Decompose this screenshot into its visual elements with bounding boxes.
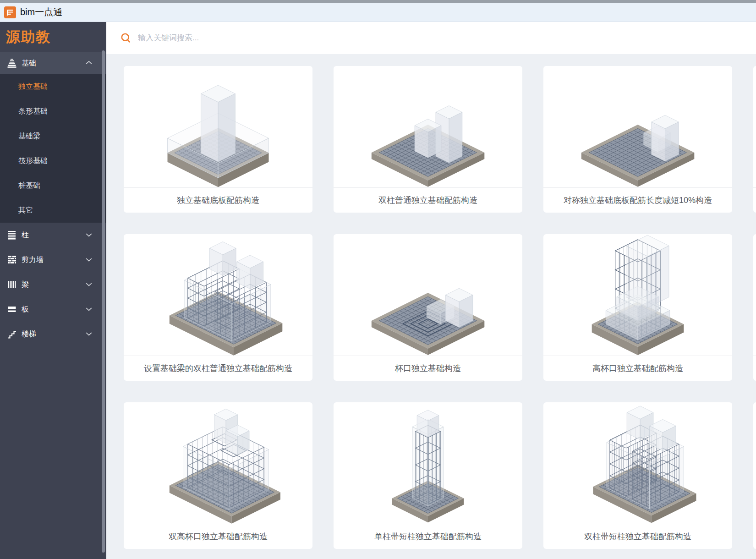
- model-card[interactable]: 双高杯口独立基础配筋构造: [124, 402, 312, 549]
- foundation-icon: [6, 58, 17, 69]
- chevron-down-icon: [84, 280, 93, 289]
- model-thumbnail: [124, 66, 312, 187]
- search-bar: [106, 22, 756, 54]
- sidebar-item-label: 梁: [22, 280, 84, 290]
- model-card[interactable]: 单柱带短柱独立基础配筋构造: [334, 402, 522, 549]
- model-card[interactable]: 双柱普通独立基础配筋构造: [334, 66, 522, 213]
- model-thumbnail: [334, 234, 522, 356]
- model-card-partial[interactable]: [753, 66, 756, 213]
- model-thumbnail: [543, 402, 732, 524]
- shear-wall-icon: [6, 254, 17, 265]
- stairs-icon: [6, 329, 17, 340]
- model-card[interactable]: 对称独立基础底板配筋长度减短10%构造: [543, 66, 732, 213]
- sidebar-item-基础[interactable]: 基础: [0, 52, 106, 74]
- sidebar-item-剪力墙[interactable]: 剪力墙: [0, 247, 106, 272]
- sidebar-submenu: 独立基础条形基础基础梁筏形基础桩基础其它: [0, 74, 106, 223]
- sidebar-item-label: 柱: [22, 230, 84, 240]
- chevron-up-icon: [84, 59, 93, 68]
- sidebar-subitem-独立基础[interactable]: 独立基础: [0, 74, 106, 99]
- model-card[interactable]: 杯口独立基础构造: [334, 234, 522, 381]
- model-thumbnail: [334, 402, 522, 524]
- page-title: bim一点通: [20, 6, 62, 18]
- sidebar-item-label: 板: [22, 305, 84, 314]
- model-thumbnail: [543, 234, 732, 356]
- model-card[interactable]: 独立基础底板配筋构造: [124, 66, 312, 213]
- model-caption: 杯口独立基础构造: [334, 356, 522, 381]
- pad-column-right-render: [543, 66, 732, 187]
- cage-two-columns-pad-render: [543, 402, 732, 524]
- model-caption: [753, 356, 756, 381]
- model-caption: [753, 524, 756, 549]
- sidebar-item-楼梯[interactable]: 楼梯: [0, 322, 106, 346]
- sidebar-subitem-筏形基础[interactable]: 筏形基础: [0, 148, 106, 173]
- model-caption: 对称独立基础底板配筋长度减短10%构造: [543, 187, 732, 213]
- model-caption: [753, 187, 756, 213]
- sidebar-item-label: 剪力墙: [22, 255, 84, 265]
- model-thumbnail: [753, 66, 756, 187]
- app-favicon: [4, 6, 16, 18]
- sidebar-item-label: 基础: [22, 59, 84, 68]
- browser-tab-bar: bim一点通: [0, 3, 756, 22]
- model-thumbnail: [753, 402, 756, 524]
- model-card-grid: 独立基础底板配筋构造双柱普通独立基础配筋构造对称独立基础底板配筋长度减短10%构…: [124, 66, 756, 559]
- model-thumbnail: [124, 234, 312, 356]
- model-caption: 双高杯口独立基础配筋构造: [124, 524, 312, 549]
- model-caption: 双柱带短柱独立基础配筋构造: [543, 524, 732, 549]
- model-thumbnail: [124, 402, 312, 524]
- model-caption: 双柱普通独立基础配筋构造: [334, 187, 522, 213]
- sidebar-item-label: 楼梯: [22, 329, 84, 339]
- sidebar-menu: 基础独立基础条形基础基础梁筏形基础桩基础其它柱剪力墙梁板楼梯: [0, 52, 106, 346]
- app-logo: 源助教: [0, 22, 106, 52]
- search-icon: [120, 32, 132, 44]
- model-caption: 设置基础梁的双柱普通独立基础配筋构造: [124, 356, 312, 381]
- pad-column-render: [124, 66, 312, 187]
- chevron-down-icon: [84, 329, 93, 339]
- search-input[interactable]: [137, 33, 423, 43]
- beam-icon: [6, 279, 17, 290]
- column-icon: [6, 230, 17, 241]
- chevron-down-icon: [84, 305, 93, 314]
- pad-socket-render: [334, 234, 522, 356]
- sidebar-subitem-其它[interactable]: 其它: [0, 198, 106, 223]
- model-card[interactable]: 高杯口独立基础配筋构造: [543, 234, 732, 381]
- cage-box-double-render: [124, 402, 312, 524]
- pad-beam-cages-render: [124, 234, 312, 356]
- chevron-down-icon: [84, 255, 93, 264]
- model-caption: 单柱带短柱独立基础配筋构造: [334, 524, 522, 549]
- sidebar-item-板[interactable]: 板: [0, 297, 106, 322]
- sidebar-subitem-基础梁[interactable]: 基础梁: [0, 124, 106, 148]
- sidebar-item-柱[interactable]: 柱: [0, 223, 106, 247]
- sidebar-subitem-桩基础[interactable]: 桩基础: [0, 173, 106, 198]
- model-thumbnail: [334, 66, 522, 187]
- model-card[interactable]: 设置基础梁的双柱普通独立基础配筋构造: [124, 234, 312, 381]
- sidebar-scrollbar-thumb[interactable]: [102, 50, 105, 553]
- cage-column-small-pad-render: [334, 402, 522, 524]
- model-caption: 高杯口独立基础配筋构造: [543, 356, 732, 381]
- model-thumbnail: [753, 234, 756, 356]
- sidebar-subitem-条形基础[interactable]: 条形基础: [0, 99, 106, 124]
- sidebar: 源助教 基础独立基础条形基础基础梁筏形基础桩基础其它柱剪力墙梁板楼梯: [0, 22, 106, 559]
- sidebar-item-梁[interactable]: 梁: [0, 272, 106, 297]
- chevron-down-icon: [84, 230, 93, 240]
- model-card-partial[interactable]: [753, 234, 756, 381]
- pad-two-columns-render: [334, 66, 522, 187]
- slab-icon: [6, 304, 17, 315]
- model-caption: 独立基础底板配筋构造: [124, 187, 312, 213]
- cage-tower-steps-render: [543, 234, 732, 356]
- model-card[interactable]: 双柱带短柱独立基础配筋构造: [543, 402, 732, 549]
- model-card-partial[interactable]: [753, 402, 756, 549]
- model-thumbnail: [543, 66, 732, 187]
